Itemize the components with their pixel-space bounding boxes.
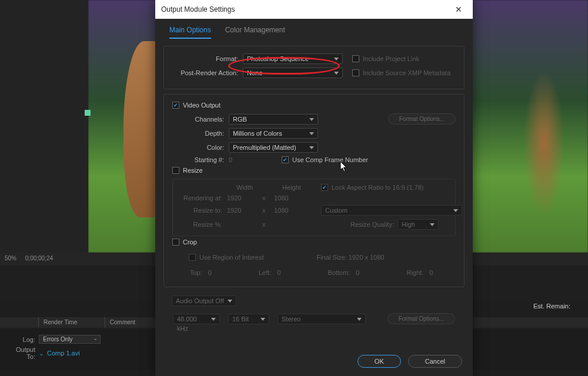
resize-handle[interactable]: [85, 110, 91, 116]
include-xmp-checkbox[interactable]: [352, 69, 359, 76]
render-width: 1920: [227, 194, 262, 202]
crop-right[interactable]: 0: [429, 269, 433, 276]
channels-select[interactable]: RGB: [229, 114, 318, 125]
use-comp-frame-checkbox[interactable]: [282, 156, 289, 163]
lock-aspect-label: Lock Aspect Ratio to 16:9 (1.78): [332, 184, 424, 191]
include-xmp-label: Include Source XMP Metadata: [363, 69, 450, 76]
dialog-footer: OK Cancel: [155, 347, 473, 376]
resize-quality-select[interactable]: High: [397, 219, 439, 230]
ok-button[interactable]: OK: [358, 355, 401, 368]
width-header: Width: [227, 184, 262, 191]
resize-preset-select[interactable]: Custom: [321, 205, 462, 216]
crop-left[interactable]: 0: [277, 269, 280, 276]
depth-select[interactable]: Millions of Colors: [229, 128, 318, 139]
resize-height[interactable]: 1080: [274, 207, 309, 214]
video-output-section: Video Output Channels: RGB Format Option…: [163, 94, 465, 287]
dialog-titlebar: Output Module Settings ✕: [155, 0, 473, 19]
output-to-label: Output To:: [6, 346, 35, 360]
close-icon[interactable]: ✕: [450, 2, 467, 16]
depth-label: Depth:: [172, 130, 224, 137]
color-label: Color:: [172, 144, 224, 151]
channels-label: Channels:: [172, 116, 224, 123]
header-render-time[interactable]: Render Time: [38, 317, 103, 327]
use-roi-checkbox[interactable]: [189, 254, 196, 261]
resize-panel: Width Height Lock Aspect Ratio to 16:9 (…: [172, 179, 456, 236]
zoom-value[interactable]: 50%: [5, 255, 16, 261]
log-label: Log:: [6, 336, 35, 343]
video-output-label: Video Output: [183, 102, 220, 109]
dialog-tabs: Main Options Color Management: [155, 19, 473, 39]
use-comp-frame-label: Use Comp Frame Number: [292, 156, 368, 163]
audio-output-row: Audio Output Off: [163, 292, 465, 310]
resize-to-label: Resize to:: [179, 207, 227, 214]
crop-right-label: Right:: [406, 269, 423, 276]
crop-checkbox[interactable]: [172, 239, 179, 246]
crop-label: Crop: [183, 239, 197, 246]
starting-number[interactable]: 0: [229, 156, 252, 163]
audio-channels-select[interactable]: Stereo: [278, 314, 366, 324]
crop-left-label: Left:: [259, 269, 271, 276]
audio-bit-select[interactable]: 16 Bit: [228, 314, 269, 324]
video-output-checkbox[interactable]: [172, 102, 179, 109]
timecode[interactable]: 0;00;00;24: [25, 255, 53, 261]
resize-quality-label: Resize Quality:: [350, 221, 394, 228]
tab-color-management[interactable]: Color Management: [225, 26, 285, 39]
use-roi-label: Use Region of Interest: [199, 254, 263, 261]
audio-format-options-button[interactable]: Format Options...: [387, 313, 455, 324]
include-project-link-checkbox[interactable]: [352, 55, 359, 62]
include-project-link-label: Include Project Link: [363, 55, 419, 62]
crop-top[interactable]: 0: [208, 269, 212, 276]
header-comment[interactable]: Comment: [105, 317, 152, 327]
resize-pct-label: Resize %:: [179, 221, 227, 228]
resize-width[interactable]: 1920: [227, 207, 262, 214]
render-height: 1080: [274, 194, 309, 202]
format-options-button[interactable]: Format Options...: [388, 113, 456, 125]
crop-top-label: Top:: [190, 269, 202, 276]
output-module-settings-dialog: Output Module Settings ✕ Main Options Co…: [155, 0, 473, 376]
expand-caret-icon[interactable]: ⌄: [39, 350, 44, 357]
format-section: Format: Photoshop Sequence Include Proje…: [163, 46, 465, 89]
cancel-button[interactable]: Cancel: [408, 355, 462, 368]
resize-label: Resize: [183, 167, 203, 174]
est-remain-label: Est. Remain:: [533, 303, 570, 310]
audio-hz-select[interactable]: 48.000 kHz: [173, 314, 220, 324]
rendering-at-label: Rendering at:: [179, 194, 227, 202]
dialog-content: Format: Photoshop Sequence Include Proje…: [155, 39, 473, 347]
crop-bottom-label: Bottom:: [328, 269, 350, 276]
lock-aspect-checkbox[interactable]: [321, 184, 328, 191]
color-select[interactable]: Premultiplied (Matted): [229, 142, 318, 153]
output-link[interactable]: Comp 1.avi: [47, 350, 80, 357]
post-render-select[interactable]: None: [243, 68, 343, 78]
format-label: Format:: [172, 55, 238, 62]
bg-shape-deer: [523, 70, 564, 217]
log-select[interactable]: Errors Only: [39, 335, 101, 344]
post-render-label: Post-Render Action:: [172, 69, 238, 76]
starting-label: Starting #:: [172, 156, 224, 163]
format-select[interactable]: Photoshop Sequence: [243, 53, 343, 64]
left-panel: [0, 0, 88, 253]
crop-bottom[interactable]: 0: [356, 269, 359, 276]
dialog-title: Output Module Settings: [161, 5, 235, 14]
tab-main-options[interactable]: Main Options: [169, 26, 211, 39]
final-size: Final Size: 1920 x 1080: [316, 254, 384, 261]
height-header: Height: [274, 184, 309, 191]
resize-checkbox[interactable]: [172, 167, 179, 174]
audio-output-select[interactable]: Audio Output Off: [172, 296, 236, 306]
